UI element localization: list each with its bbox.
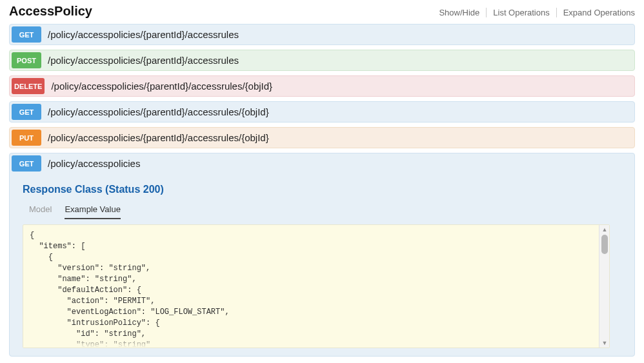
endpoint-path[interactable]: /policy/accesspolicies/{parentId}/access…	[41, 102, 634, 122]
response-class-heading: Response Class (Status 200)	[23, 184, 621, 195]
method-badge-put[interactable]: PUT	[12, 130, 41, 146]
tab-example-value[interactable]: Example Value	[65, 204, 120, 219]
method-badge-get[interactable]: GET	[12, 104, 41, 120]
endpoint-row[interactable]: PUT /policy/accesspolicies/{parentId}/ac…	[9, 127, 635, 148]
section-header: AccessPolicy Show/Hide List Operations E…	[9, 4, 635, 19]
scrollbar[interactable]: ▲ ▼	[599, 225, 609, 348]
endpoint-path[interactable]: /policy/accesspolicies/{parentId}/access…	[41, 128, 634, 148]
scroll-up-icon[interactable]: ▲	[599, 225, 610, 234]
op-list-operations[interactable]: List Operations	[487, 8, 556, 17]
endpoint-row[interactable]: GET /policy/accesspolicies/{parentId}/ac…	[9, 101, 635, 123]
tab-model[interactable]: Model	[29, 204, 52, 219]
method-badge-get[interactable]: GET	[12, 26, 41, 43]
method-badge-post[interactable]: POST	[12, 52, 41, 68]
op-expand-operations[interactable]: Expand Operations	[557, 8, 635, 17]
method-badge-get[interactable]: GET	[12, 155, 41, 172]
example-code-box: { "items": [ { "version": "string", "nam…	[23, 224, 610, 348]
section-title[interactable]: AccessPolicy	[9, 4, 92, 19]
method-badge-delete[interactable]: DELETE	[12, 78, 45, 94]
example-code[interactable]: { "items": [ { "version": "string", "nam…	[23, 225, 599, 348]
endpoint-expanded: GET /policy/accesspolicies Response Clas…	[9, 153, 635, 357]
scroll-thumb[interactable]	[601, 235, 608, 254]
endpoint-row[interactable]: DELETE /policy/accesspolicies/{parentId}…	[9, 75, 635, 97]
endpoint-path[interactable]: /policy/accesspolicies	[41, 153, 634, 173]
endpoint-row[interactable]: GET /policy/accesspolicies/{parentId}/ac…	[9, 24, 635, 45]
response-tabs: Model Example Value	[23, 204, 621, 219]
endpoint-path[interactable]: /policy/accesspolicies/{parentId}/access…	[41, 50, 634, 70]
endpoint-path[interactable]: /policy/accesspolicies/{parentId}/access…	[41, 25, 634, 44]
endpoint-path[interactable]: /policy/accesspolicies/{parentId}/access…	[45, 76, 634, 96]
endpoint-row[interactable]: GET /policy/accesspolicies	[10, 153, 634, 173]
section-operations: Show/Hide List Operations Expand Operati…	[432, 8, 635, 17]
endpoint-row[interactable]: POST /policy/accesspolicies/{parentId}/a…	[9, 50, 635, 71]
op-show-hide[interactable]: Show/Hide	[432, 8, 487, 17]
scroll-down-icon[interactable]: ▼	[599, 338, 610, 348]
